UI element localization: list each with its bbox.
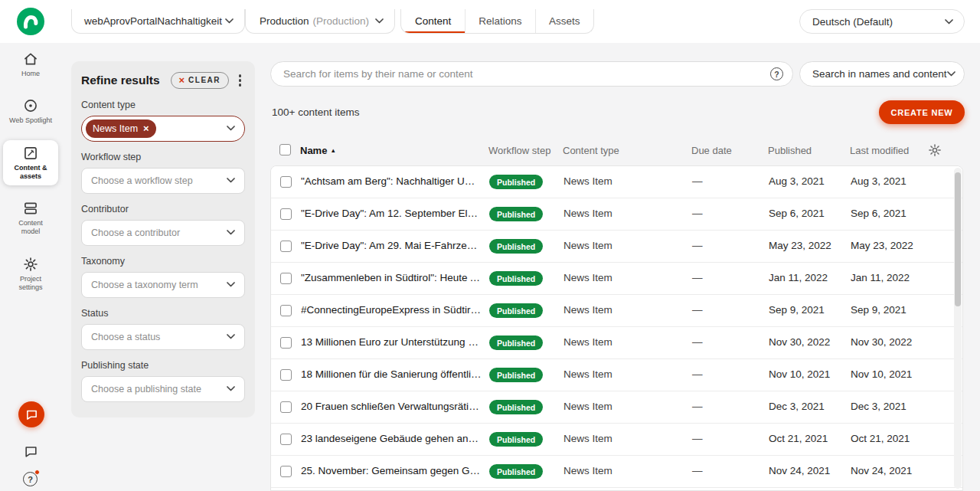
publishing-state-filter[interactable]: Choose a publishing state — [81, 376, 245, 402]
workflow-status-badge: Published — [489, 271, 543, 286]
chevron-down-icon — [227, 386, 235, 391]
item-name[interactable]: 20 Frauen schließen Verwaltungsrätinn… — [301, 401, 482, 412]
remove-tag-icon[interactable]: × — [143, 123, 149, 133]
table-row[interactable]: "E-Drive Day": Am 29. Mai E-Fahrzeuge … … — [271, 231, 962, 263]
row-checkbox[interactable] — [280, 466, 292, 477]
workflow-status-badge: Published — [489, 464, 543, 479]
filter-label: Workflow step — [81, 152, 245, 162]
item-name[interactable]: "Zusammenleben in Südtirol": Heute Auf… — [301, 272, 482, 283]
chevron-down-icon — [947, 71, 956, 77]
search-help-icon[interactable]: ? — [770, 67, 783, 80]
row-checkbox[interactable] — [280, 208, 292, 220]
project-name: webAprovPortalNachhaltigkeit — [84, 15, 222, 27]
row-checkbox[interactable] — [280, 337, 292, 349]
item-content-type: News Item — [564, 304, 612, 316]
environment-selector[interactable]: Production (Production) — [245, 9, 395, 34]
table-row[interactable]: "Zusammenleben in Südtirol": Heute Auf… … — [271, 263, 962, 295]
tab-content[interactable]: Content — [401, 9, 465, 34]
item-content-type: News Item — [564, 336, 612, 348]
filters-menu-button[interactable] — [235, 71, 246, 90]
table-row[interactable]: "Achtsam am Berg": Nachhaltiger Umga… Pu… — [271, 166, 962, 198]
select-all-checkbox[interactable] — [279, 144, 291, 155]
item-published-date: Sep 9, 2021 — [769, 304, 825, 316]
workflow-status-badge: Published — [489, 239, 543, 254]
item-due-date: — — [692, 272, 703, 283]
home-icon — [23, 51, 38, 67]
item-name[interactable]: "E-Drive Day": Am 12. September Elektr… — [301, 208, 482, 219]
row-checkbox[interactable] — [280, 401, 292, 413]
tab-relations[interactable]: Relations — [465, 9, 534, 34]
contributor-filter[interactable]: Choose a contributor — [81, 220, 245, 246]
sidebar-item-web-spotlight[interactable]: Web Spotlight — [3, 93, 58, 129]
feedback-chat-button[interactable] — [18, 401, 44, 427]
sidebar-item-label: Content model — [9, 219, 52, 237]
table-row[interactable]: 20 Frauen schließen Verwaltungsrätinn… P… — [271, 391, 962, 424]
taxonomy-filter[interactable]: Choose a taxonomy term — [81, 272, 245, 298]
chevron-down-icon — [225, 18, 234, 24]
item-name[interactable]: 23 landeseigene Gebäude gehen ans F… — [301, 433, 482, 444]
item-name[interactable]: 13 Millionen Euro zur Unterstützung der … — [301, 336, 482, 348]
tab-assets[interactable]: Assets — [535, 9, 593, 34]
table-scrollbar-track[interactable] — [954, 168, 962, 489]
item-name[interactable]: #ConnectingEuropeExpress in Südtirol –… — [301, 304, 482, 316]
filter-label: Status — [81, 308, 245, 319]
column-header-name[interactable]: Name▲ — [300, 145, 336, 156]
selected-content-type-tag[interactable]: News Item × — [86, 119, 156, 138]
status-filter[interactable]: Choose a status — [81, 324, 245, 350]
search-input[interactable] — [283, 68, 770, 80]
item-name[interactable]: "E-Drive Day": Am 29. Mai E-Fahrzeuge … — [301, 240, 482, 251]
workflow-step-filter[interactable]: Choose a workflow step — [81, 168, 245, 194]
row-checkbox[interactable] — [280, 434, 292, 445]
chat-outline-icon — [24, 444, 38, 459]
language-selector[interactable]: Deutsch (Default) — [799, 9, 965, 34]
row-checkbox[interactable] — [280, 273, 292, 284]
table-row[interactable]: #ConnectingEuropeExpress in Südtirol –… … — [271, 295, 962, 327]
clear-filters-button[interactable]: × CLEAR — [171, 72, 230, 89]
search-scope-selector[interactable]: Search in names and content — [799, 61, 965, 87]
item-name[interactable]: 18 Millionen für die Sanierung öffentlic… — [301, 368, 482, 380]
spotlight-icon — [23, 98, 38, 113]
item-name[interactable]: 25. November: Gemeinsam gegen Gewa… — [301, 465, 482, 476]
filter-group-contributor: Contributor Choose a contributor — [81, 204, 245, 246]
table-row[interactable]: "E-Drive Day": Am 12. September Elektr… … — [271, 198, 962, 231]
table-row[interactable]: 25. November: Gemeinsam gegen Gewa… Publ… — [271, 456, 962, 488]
table-row[interactable]: 13 Millionen Euro zur Unterstützung der … — [271, 327, 962, 359]
column-header-last-modified[interactable]: Last modified — [850, 145, 909, 156]
sidebar-item-project-settings[interactable]: Project settings — [3, 251, 58, 297]
row-checkbox[interactable] — [280, 305, 292, 316]
item-published-date: Nov 24, 2021 — [769, 465, 830, 476]
project-selector[interactable]: webAprovPortalNachhaltigkeit — [71, 9, 245, 34]
column-header-published[interactable]: Published — [768, 145, 812, 156]
clear-x-icon: × — [179, 75, 185, 85]
row-checkbox[interactable] — [280, 241, 292, 252]
column-settings-button[interactable] — [928, 143, 942, 160]
sidebar-item-content-assets[interactable]: Content & assets — [3, 140, 58, 186]
row-checkbox[interactable] — [280, 176, 292, 188]
item-published-date: Aug 3, 2021 — [769, 175, 825, 187]
row-checkbox[interactable] — [280, 369, 292, 381]
item-name[interactable]: "Achtsam am Berg": Nachhaltiger Umga… — [301, 175, 482, 187]
app-logo[interactable] — [17, 8, 44, 35]
table-row[interactable]: 18 Millionen für die Sanierung öffentlic… — [271, 359, 962, 391]
filter-group-content-type: Content type News Item × — [81, 100, 245, 142]
content-type-filter[interactable]: News Item × — [81, 116, 245, 142]
sidebar-item-content-model[interactable]: Content model — [3, 195, 58, 241]
item-content-type: News Item — [564, 272, 612, 283]
workflow-status-badge: Published — [489, 400, 543, 414]
column-header-due-date[interactable]: Due date — [691, 145, 732, 156]
item-due-date: — — [692, 368, 703, 380]
column-header-content-type[interactable]: Content type — [563, 145, 619, 156]
filter-group-status: Status Choose a status — [81, 308, 245, 350]
sidebar-item-home[interactable]: Home — [3, 46, 58, 83]
create-new-button[interactable]: CREATE NEW — [879, 100, 965, 124]
content-item-list: "Achtsam am Berg": Nachhaltiger Umga… Pu… — [270, 165, 963, 491]
refine-title: Refine results — [81, 74, 160, 87]
table-scrollbar-thumb[interactable] — [955, 172, 961, 306]
item-published-date: Jan 11, 2022 — [769, 272, 828, 283]
filter-group-publishing-state: Publishing state Choose a publishing sta… — [81, 360, 245, 402]
item-modified-date: Oct 21, 2021 — [851, 433, 910, 444]
column-header-workflow-step[interactable]: Workflow step — [488, 145, 550, 156]
table-row[interactable]: 23 landeseigene Gebäude gehen ans F… Pub… — [271, 424, 962, 456]
messages-button[interactable] — [24, 444, 38, 462]
item-content-type: News Item — [564, 368, 612, 380]
